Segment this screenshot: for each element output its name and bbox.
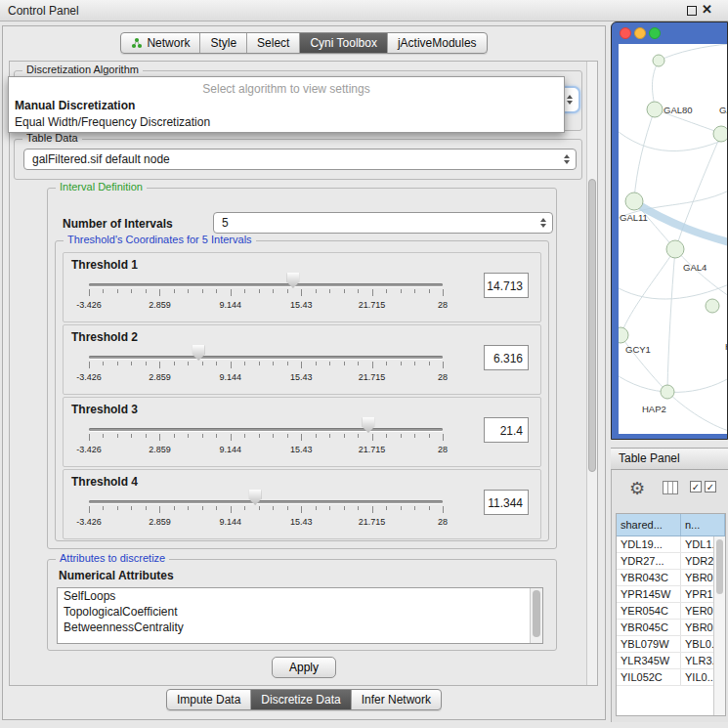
tab-style[interactable]: Style xyxy=(199,33,246,53)
network-node[interactable] xyxy=(625,193,643,210)
network-node[interactable] xyxy=(619,327,628,343)
scale-tick-label: 9.144 xyxy=(220,300,242,310)
table-row[interactable]: YBR045CYBR0... xyxy=(617,620,725,636)
slider-tick xyxy=(259,506,260,510)
network-node-label: GA xyxy=(719,105,728,115)
network-edge[interactable] xyxy=(659,44,728,61)
network-edge[interactable] xyxy=(634,109,655,200)
tab-discretize-data[interactable]: Discretize Data xyxy=(250,690,350,709)
threshold-4-slider[interactable]: -3.4262.8599.14415.4321.71528 xyxy=(89,492,443,533)
slider-tick xyxy=(273,506,274,510)
scale-tick-label: 15.43 xyxy=(290,372,313,382)
scale-tick-label: 15.43 xyxy=(290,300,313,310)
slider-tick xyxy=(117,362,118,365)
slider-track[interactable] xyxy=(89,428,443,431)
attribute-list-item[interactable]: TopologicalCoefficient xyxy=(58,604,542,620)
scrollbar-thumb[interactable] xyxy=(588,179,596,472)
slider-tick xyxy=(329,362,330,365)
threshold-value-field[interactable]: 6.316 xyxy=(484,345,529,370)
zoom-traffic-light[interactable] xyxy=(649,27,661,39)
network-edge[interactable] xyxy=(667,249,675,389)
network-edge[interactable] xyxy=(675,249,728,296)
slider-tick xyxy=(103,362,104,365)
threshold-1-slider[interactable]: -3.4262.8599.14415.4321.71528 xyxy=(89,275,443,316)
table-row[interactable]: YPR145WYPR1... xyxy=(617,586,725,603)
tab-infer-network[interactable]: Infer Network xyxy=(351,690,441,709)
number-of-intervals-combobox[interactable]: 5 xyxy=(213,212,553,234)
close-traffic-light[interactable] xyxy=(620,27,631,39)
combo-value: 5 xyxy=(222,216,229,230)
scale-tick-label: 9.144 xyxy=(220,372,242,382)
table-row[interactable]: YDR27...YDR2... xyxy=(617,553,725,570)
attribute-list-item[interactable]: BetweennessCentrality xyxy=(58,620,542,635)
apply-button[interactable]: Apply xyxy=(272,657,336,678)
network-node[interactable] xyxy=(647,102,663,117)
network-edge[interactable] xyxy=(619,284,728,299)
minimize-traffic-light[interactable] xyxy=(634,27,646,39)
slider-tick xyxy=(216,362,217,365)
tab-select[interactable]: Select xyxy=(246,33,299,53)
tab-impute-data[interactable]: Impute Data xyxy=(167,690,250,709)
slider-tick xyxy=(287,434,288,438)
scale-tick-label: 2.859 xyxy=(149,372,171,382)
slider-tick xyxy=(244,434,245,438)
slider-tick xyxy=(202,434,203,438)
group-title: Interval Definition xyxy=(56,181,147,193)
network-edge[interactable] xyxy=(667,392,728,431)
network-node[interactable] xyxy=(653,55,664,66)
slider-tick xyxy=(131,506,132,510)
network-node[interactable] xyxy=(713,126,728,142)
table-row[interactable]: YIL052CYIL0... xyxy=(617,669,725,686)
slider-track[interactable] xyxy=(89,500,443,503)
slider-tick xyxy=(329,434,330,438)
dropdown-option-equal-width[interactable]: Equal Width/Frequency Discretization xyxy=(9,114,564,131)
tab-jactivemodules[interactable]: jActiveModules xyxy=(387,33,487,53)
attribute-list-item[interactable]: SelfLoops xyxy=(58,588,542,604)
table-data-combobox[interactable]: galFiltered.sif default node xyxy=(23,149,577,170)
tab-cyni-toolbox[interactable]: Cyni Toolbox xyxy=(299,33,386,53)
slider-tick xyxy=(188,289,189,293)
table-scrollbar[interactable] xyxy=(713,536,725,715)
table-row[interactable]: YBL079WYBL0... xyxy=(617,636,725,653)
network-node[interactable] xyxy=(666,240,684,258)
threshold-value-field[interactable]: 14.713 xyxy=(484,273,529,298)
tab-network[interactable]: Network xyxy=(121,33,199,53)
threshold-value-field[interactable]: 21.4 xyxy=(484,417,529,443)
network-edge[interactable] xyxy=(619,132,728,151)
column-header-name[interactable]: n... xyxy=(681,514,725,535)
gear-icon[interactable]: ⚙ xyxy=(629,478,645,499)
attributes-list-scrollbar[interactable] xyxy=(530,588,542,643)
threshold-label: Threshold 4 xyxy=(71,475,138,489)
group-title: Table Data xyxy=(22,132,82,144)
network-edge[interactable] xyxy=(634,202,728,242)
table-row[interactable]: YDL19...YDL1... xyxy=(617,536,725,553)
close-icon[interactable]: ✕ xyxy=(702,2,712,17)
threshold-2-slider[interactable]: -3.4262.8599.14415.4321.71528 xyxy=(89,347,443,388)
scale-tick-label: 21.715 xyxy=(359,517,386,527)
float-window-icon[interactable] xyxy=(687,6,697,16)
network-edge[interactable] xyxy=(621,249,675,333)
dropdown-option-manual-discretization[interactable]: Manual Discretization xyxy=(9,98,564,114)
network-node[interactable] xyxy=(706,299,719,313)
threshold-value-field[interactable]: 11.344 xyxy=(484,490,529,515)
network-node[interactable] xyxy=(661,385,674,399)
slider-track[interactable] xyxy=(89,356,443,359)
scale-tick-label: 28 xyxy=(438,445,448,454)
threshold-3-slider[interactable]: -3.4262.8599.14415.4321.71528 xyxy=(89,419,443,460)
slider-tick xyxy=(159,362,160,368)
settings-scrollbar[interactable] xyxy=(586,62,597,685)
column-header-shared-name[interactable]: shared... xyxy=(617,514,681,535)
slider-tick xyxy=(231,434,232,441)
scrollbar-thumb[interactable] xyxy=(533,590,540,637)
slider-track[interactable] xyxy=(89,283,443,286)
slider-tick xyxy=(429,434,430,438)
select-all-checkbox-icon[interactable]: ✓ xyxy=(690,481,702,492)
scrollbar-thumb[interactable] xyxy=(716,539,723,594)
table-row[interactable]: YER054CYER0... xyxy=(617,603,725,620)
table-row[interactable]: YBR043CYBR0... xyxy=(617,570,725,586)
show-columns-icon[interactable] xyxy=(663,481,678,494)
table-row[interactable]: YLR345WYLR3... xyxy=(617,653,725,669)
network-canvas[interactable]: GAL80GAGAL11GAL4GCY1HHAP2 xyxy=(619,44,728,434)
tab-label: Discretize Data xyxy=(261,693,340,707)
select-none-checkbox-icon[interactable]: ✓ xyxy=(705,481,716,492)
